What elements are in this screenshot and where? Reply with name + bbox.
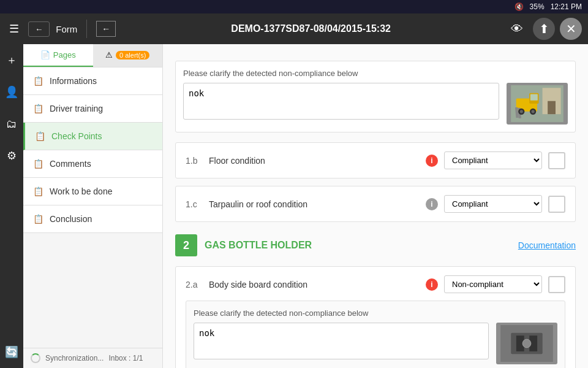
section-title-2: GAS BOTTLE HOLDER [205, 240, 511, 251]
sidebar-plus-icon[interactable]: ＋ [2, 50, 21, 70]
non-compliance-textarea-1a[interactable]: nok [183, 83, 499, 120]
alert-badge: 0 alert(s) [116, 51, 149, 59]
close-button[interactable]: ✕ [560, 18, 582, 40]
eye-icon: 👁 [511, 22, 523, 36]
row-number-1b: 1.b [186, 156, 203, 166]
form-row-1c: 1.c Tarpaulin or roof condition i Compli… [175, 186, 576, 222]
documentation-link-2[interactable]: Documentation [518, 240, 576, 250]
nav-items: 📋 Informations 📋 Driver training 📋 Check… [23, 67, 162, 348]
section-number-2: 2 [175, 234, 197, 256]
close-icon: ✕ [566, 21, 576, 36]
non-compliance-content-2a: nok [194, 323, 557, 364]
form-label: Form [56, 24, 77, 34]
form-row-1c-main: 1.c Tarpaulin or roof condition i Compli… [186, 195, 565, 213]
document-title: DEMO-1377SD87-08/04/2015-15:32 [122, 23, 500, 34]
sidebar-icons: ＋ 👤 🗂 ⚙ 🔄 [0, 44, 23, 368]
status-select-1c[interactable]: Compliant Non-compliant Not applicable [444, 195, 542, 213]
status-select-2a[interactable]: Compliant Non-compliant Not applicable [444, 275, 542, 293]
header: ☰ ← Form ← DEMO-1377SD87-08/04/2015-15:3… [0, 13, 588, 44]
form-row-2a-main: 2.a Body side board condition i Complian… [186, 275, 565, 293]
row-label-1c: Tarpaulin or roof condition [209, 199, 420, 209]
sidebar-user-icon[interactable]: 👤 [2, 82, 21, 102]
info-icon-1c[interactable]: i [426, 198, 438, 210]
form-row-1b: 1.b Floor condition i Compliant Non-comp… [175, 142, 576, 178]
tab-alerts[interactable]: ⚠ 0 alert(s) [93, 44, 163, 67]
sync-spinner [31, 353, 40, 363]
sync-inbox: Inbox : 1/1 [108, 354, 143, 362]
header-actions: 👁 ⬆ ✕ [506, 18, 582, 40]
nav-label-comments: Comments [50, 159, 91, 169]
row-label-1b: Floor condition [209, 156, 420, 166]
nav-item-comments[interactable]: 📋 Comments [23, 150, 162, 178]
nav-panel: 📄 Pages ⚠ 0 alert(s) 📋 Informations 📋 Dr… [23, 44, 163, 368]
non-compliance-1a: Please clarify the detected non-complian… [175, 61, 576, 132]
nav-tabs: 📄 Pages ⚠ 0 alert(s) [23, 44, 162, 67]
content-area: Please clarify the detected non-complian… [163, 44, 588, 368]
sync-label: Synchronization... [45, 354, 104, 362]
nav-item-driver-training[interactable]: 📋 Driver training [23, 95, 162, 123]
clock: 12:21 PM [551, 2, 582, 11]
back-icon: ← [35, 25, 43, 34]
tab-pages-label: Pages [53, 50, 76, 59]
doc-icon-4: 📋 [33, 159, 43, 169]
upload-button[interactable]: ⬆ [533, 18, 555, 40]
mute-icon: 🔇 [514, 2, 524, 11]
non-compliance-label-2a: Please clarify the detected non-complian… [194, 309, 557, 318]
non-compliance-2a: Please clarify the detected non-complian… [186, 301, 565, 368]
checkbox-1b[interactable] [548, 152, 565, 169]
svg-rect-3 [548, 101, 556, 114]
svg-point-12 [532, 110, 535, 113]
nav-back-button[interactable]: ← [96, 21, 116, 37]
section-2-header: 2 GAS BOTTLE HOLDER Documentation [175, 234, 576, 256]
upload-icon: ⬆ [539, 21, 549, 36]
alert-icon: ⚠ [105, 50, 113, 59]
sidebar-gear-icon[interactable]: ⚙ [2, 146, 21, 166]
battery-level: 35% [530, 2, 545, 11]
non-compliance-content-1a: nok [183, 83, 568, 125]
main-layout: ＋ 👤 🗂 ⚙ 🔄 📄 Pages ⚠ 0 alert(s) 📋 Informa… [0, 44, 588, 368]
non-compliance-image-1a [507, 83, 568, 125]
checkbox-1c[interactable] [548, 196, 565, 213]
checkbox-2a[interactable] [548, 276, 565, 293]
info-icon-1b[interactable]: i [426, 155, 438, 167]
nav-item-work-to-be-done[interactable]: 📋 Work to be done [23, 178, 162, 205]
form-row-1b-main: 1.b Floor condition i Compliant Non-comp… [186, 151, 565, 169]
non-compliance-label-1a: Please clarify the detected non-complian… [183, 69, 568, 78]
svg-point-17 [522, 339, 531, 348]
status-select-1b[interactable]: Compliant Non-compliant Not applicable [444, 151, 542, 169]
eye-button[interactable]: 👁 [506, 18, 528, 40]
row-number-2a: 2.a [186, 280, 203, 289]
doc-icon: 📋 [33, 76, 43, 86]
nav-item-conclusion[interactable]: 📋 Conclusion [23, 205, 162, 233]
row-label-2a: Body side board condition [209, 280, 420, 289]
non-compliance-textarea-2a[interactable]: nok [194, 323, 489, 359]
nav-label-informations: Informations [50, 76, 97, 86]
nav-label-work-to-be-done: Work to be done [50, 186, 112, 196]
nav-back-icon: ← [102, 24, 110, 34]
row-number-1c: 1.c [186, 199, 203, 209]
svg-rect-6 [530, 94, 538, 101]
forklift-image [510, 85, 565, 122]
nav-label-driver-training: Driver training [50, 104, 103, 113]
non-compliance-image-2a [496, 323, 557, 364]
sidebar-folder-icon[interactable]: 🗂 [2, 114, 21, 134]
nav-item-informations[interactable]: 📋 Informations [23, 67, 162, 95]
sidebar-sync-icon[interactable]: 🔄 [2, 342, 21, 362]
menu-icon[interactable]: ☰ [6, 19, 22, 39]
nav-label-conclusion: Conclusion [50, 214, 92, 224]
sync-bar: Synchronization... Inbox : 1/1 [23, 348, 162, 368]
doc-icon-2: 📋 [33, 104, 43, 113]
info-icon-2a[interactable]: i [426, 278, 438, 291]
tab-pages[interactable]: 📄 Pages [23, 44, 93, 67]
status-bar: 🔇 35% 12:21 PM [0, 0, 588, 13]
doc-icon-5: 📋 [33, 186, 43, 196]
non-compliance-image-2a-svg [499, 325, 554, 362]
back-button[interactable]: ← [28, 21, 50, 37]
form-row-2a: 2.a Body side board condition i Complian… [175, 266, 576, 368]
doc-icon-3: 📋 [35, 131, 45, 141]
pages-icon: 📄 [40, 50, 50, 59]
doc-icon-6: 📋 [33, 214, 43, 224]
svg-point-10 [520, 110, 523, 113]
nav-item-check-points[interactable]: 📋 Check Points [23, 123, 162, 150]
nav-label-check-points: Check Points [51, 131, 102, 141]
